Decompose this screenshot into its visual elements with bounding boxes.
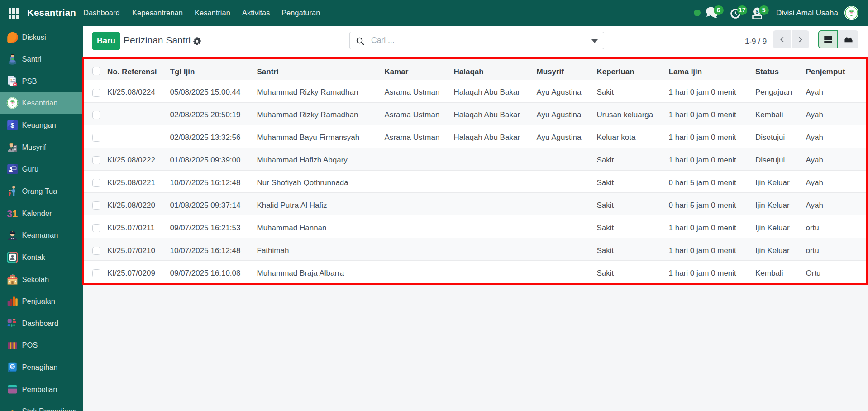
svg-text:3: 3 <box>7 208 12 219</box>
svg-text:$: $ <box>10 121 14 129</box>
svg-text:$: $ <box>11 364 14 369</box>
svg-text:1: 1 <box>12 208 18 219</box>
